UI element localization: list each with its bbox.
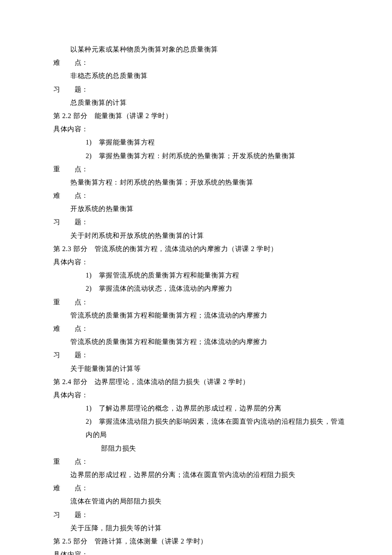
text-line: 非稳态系统的总质量衡算 [53,69,345,82]
text-line: 难 点： [53,56,345,69]
text-line: 难 点： [53,481,345,494]
text-line: 关于能量衡算的计算等 [53,362,345,375]
text-line: 1) 了解边界层理论的概念，边界层的形成过程，边界层的分离 [53,402,345,415]
text-line: 2) 掌握流体流动阻力损失的影响因素，流体在圆直管内流动的沿程阻力损失，管道内的… [53,415,345,441]
text-line: 重 点： [53,295,345,309]
text-line: 以某种元素或某种物质为衡算对象的总质量衡算 [53,43,345,56]
text-line: 关于压降，阻力损失等的计算 [53,521,345,535]
text-line: 习 题： [53,348,345,361]
text-line: 1) 掌握管流系统的质量衡算方程和能量衡算方程 [53,269,345,282]
text-line: 具体内容： [53,122,345,136]
text-line: 难 点： [53,189,345,202]
text-line: 习 题： [53,215,345,228]
text-line: 难 点： [53,322,345,335]
text-line: 关于封闭系统和开放系统的热量衡算的计算 [53,229,345,242]
text-line: 1) 掌握能量衡算方程 [53,136,345,149]
text-line: 具体内容： [53,548,345,555]
text-line: 部阻力损失 [53,442,345,455]
text-line: 第 2.4 部分 边界层理论，流体流动的阻力损失（讲课 2 学时） [53,375,345,388]
text-line: 重 点： [53,162,345,176]
text-line: 第 2.5 部分 管路计算，流体测量（讲课 2 学时） [53,535,345,548]
text-line: 第 2.2 部分 能量衡算（讲课 2 学时） [53,109,345,122]
text-line: 2) 掌握热量衡算方程：封闭系统的热量衡算；开发系统的热量衡算 [53,149,345,162]
text-line: 具体内容： [53,255,345,269]
text-line: 管流系统的质量衡算方程和能量衡算方程；流体流动的内摩擦力 [53,309,345,322]
text-line: 热量衡算方程：封闭系统的热量衡算；开放系统的热量衡算 [53,176,345,189]
text-line: 开放系统的热量衡算 [53,202,345,215]
text-line: 第 2.3 部分 管流系统的衡算方程，流体流动的内摩擦力（讲课 2 学时） [53,242,345,255]
text-line: 习 题： [53,83,345,96]
text-line: 2) 掌握流体的流动状态，流体流动的内摩擦力 [53,282,345,295]
text-line: 边界层的形成过程，边界层的分离；流体在圆直管内流动的沿程阻力损失 [53,468,345,481]
text-line: 具体内容： [53,388,345,402]
text-line: 重 点： [53,455,345,468]
text-line: 总质量衡算的计算 [53,96,345,109]
text-line: 习 题： [53,508,345,521]
document-page: 以某种元素或某种物质为衡算对象的总质量衡算难 点：非稳态系统的总质量衡算习 题：… [0,0,392,555]
text-line: 流体在管道内的局部阻力损失 [53,494,345,508]
text-line: 管流系统的质量衡算方程和能量衡算方程；流体流动的内摩擦力 [53,335,345,348]
